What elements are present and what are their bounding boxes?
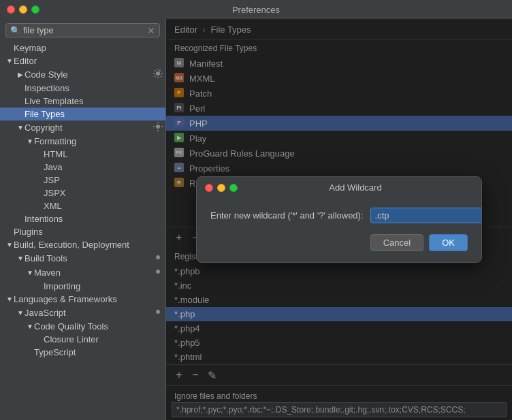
settings-badge — [153, 267, 163, 278]
sidebar-item-java[interactable]: Java — [0, 161, 165, 174]
arrow-icon: ▼ — [5, 295, 14, 303]
modal-maximize-button[interactable] — [229, 184, 238, 192]
modal-minimize-button[interactable] — [217, 184, 225, 192]
right-panel: Editor › File Types Recognized File Type… — [166, 19, 512, 420]
sidebar-item-intentions[interactable]: Intentions — [0, 212, 165, 225]
modal-field-row: Enter new wildcard ('*' and '?' allowed)… — [210, 208, 468, 223]
svg-point-0 — [156, 71, 160, 76]
modal-buttons: Cancel OK — [210, 234, 468, 251]
settings-badge — [153, 307, 163, 319]
wildcard-input[interactable] — [370, 208, 482, 223]
arrow-icon: ▼ — [5, 241, 14, 248]
modal-traffic-lights — [205, 184, 238, 192]
maximize-button[interactable] — [31, 5, 39, 14]
arrow-icon: ▼ — [16, 124, 25, 131]
search-bar: 🔍 ✕ — [0, 19, 165, 42]
sidebar-item-inspections[interactable]: Inspections — [0, 82, 165, 95]
arrow-icon: ▼ — [16, 255, 25, 262]
modal-title-bar: Add Wildcard — [197, 177, 481, 197]
svg-point-1 — [156, 125, 160, 129]
arrow-icon: ▼ — [26, 138, 34, 145]
preferences-window: Preferences 🔍 ✕ Keymap ▼ Editor — [0, 0, 512, 420]
minimize-button[interactable] — [19, 5, 27, 14]
sidebar-item-xml[interactable]: XML — [0, 199, 165, 212]
svg-point-2 — [156, 255, 160, 259]
sidebar-item-formatting[interactable]: ▼ Formatting — [0, 135, 165, 148]
ok-button[interactable]: OK — [429, 234, 468, 251]
sidebar-item-code-quality-tools[interactable]: ▼ Code Quality Tools — [0, 320, 165, 333]
cancel-button[interactable]: Cancel — [370, 234, 423, 251]
arrow-icon: ▼ — [26, 323, 34, 330]
close-button[interactable] — [7, 5, 15, 14]
svg-point-3 — [156, 270, 160, 274]
sidebar-item-code-style[interactable]: ▶ Code Style — [0, 67, 165, 82]
search-clear-icon[interactable]: ✕ — [147, 26, 155, 35]
sidebar-item-closure-linter[interactable]: Closure Linter — [0, 333, 165, 346]
modal-overlay: Add Wildcard Enter new wildcard ('*' and… — [166, 19, 512, 420]
sidebar: 🔍 ✕ Keymap ▼ Editor ▶ Code Style — [0, 19, 166, 420]
sidebar-item-maven[interactable]: ▼ Maven — [0, 265, 165, 280]
sidebar-item-editor[interactable]: ▼ Editor — [0, 54, 165, 67]
arrow-icon: ▼ — [5, 57, 14, 65]
search-container: 🔍 ✕ — [5, 23, 160, 37]
modal-title: Add Wildcard — [238, 182, 473, 193]
sidebar-item-plugins[interactable]: Plugins — [0, 225, 165, 238]
sidebar-item-file-types[interactable]: File Types — [0, 108, 165, 120]
sidebar-item-live-templates[interactable]: Live Templates — [0, 95, 165, 108]
sidebar-item-jspx[interactable]: JSPX — [0, 187, 165, 199]
settings-badge — [153, 122, 163, 133]
sidebar-item-importing[interactable]: Importing — [0, 280, 165, 293]
sidebar-item-typescript[interactable]: TypeScript — [0, 346, 165, 359]
sidebar-item-copyright[interactable]: ▼ Copyright — [0, 120, 165, 135]
add-wildcard-dialog: Add Wildcard Enter new wildcard ('*' and… — [196, 176, 482, 263]
sidebar-item-languages-frameworks[interactable]: ▼ Languages & Frameworks — [0, 293, 165, 306]
sidebar-item-javascript[interactable]: ▼ JavaScript — [0, 306, 165, 320]
title-bar: Preferences — [0, 0, 512, 19]
sidebar-item-build-execution-deployment[interactable]: ▼ Build, Execution, Deployment — [0, 238, 165, 251]
arrow-icon: ▼ — [16, 309, 25, 317]
settings-badge — [153, 253, 163, 264]
sidebar-item-build-tools[interactable]: ▼ Build Tools — [0, 251, 165, 265]
modal-body: Enter new wildcard ('*' and '?' allowed)… — [197, 197, 481, 262]
svg-point-4 — [156, 310, 160, 314]
sidebar-item-keymap[interactable]: Keymap — [0, 42, 165, 54]
sidebar-item-jsp[interactable]: JSP — [0, 174, 165, 187]
main-content: 🔍 ✕ Keymap ▼ Editor ▶ Code Style — [0, 19, 512, 420]
modal-field-label: Enter new wildcard ('*' and '?' allowed)… — [210, 210, 364, 221]
arrow-icon: ▼ — [26, 269, 34, 276]
window-title: Preferences — [232, 5, 280, 15]
search-input[interactable] — [23, 25, 144, 35]
traffic-lights — [7, 5, 39, 14]
search-icon: 🔍 — [10, 26, 20, 35]
modal-close-button[interactable] — [205, 184, 213, 192]
arrow-icon: ▶ — [16, 71, 25, 78]
sidebar-item-html[interactable]: HTML — [0, 148, 165, 161]
settings-badge — [153, 69, 163, 80]
